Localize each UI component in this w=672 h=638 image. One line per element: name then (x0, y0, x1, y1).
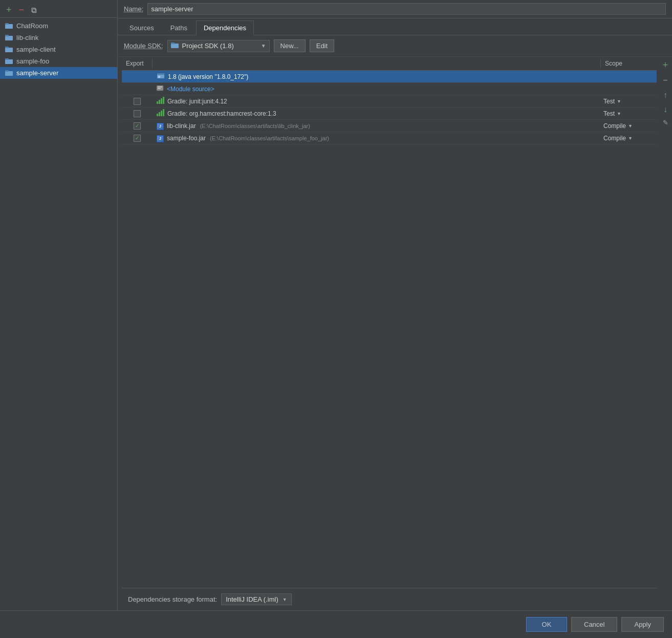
module-src-icon (157, 84, 164, 93)
svg-rect-9 (5, 70, 9, 72)
svg-rect-10 (171, 44, 179, 48)
dep-table-header: Export Scope (122, 57, 657, 71)
sidebar-toolbar: + − ⧉ (0, 2, 117, 18)
chevron-down-icon: ▼ (617, 111, 621, 116)
svg-rect-2 (5, 36, 13, 40)
sidebar: + − ⧉ ChatRoom lib-clink sample-client (0, 0, 118, 610)
tabs: Sources Paths Dependencies (118, 18, 672, 35)
sidebar-item-sample-client[interactable]: sample-client (0, 44, 117, 55)
cancel-button[interactable]: Cancel (571, 617, 617, 632)
jar-icon-lib-clink: J (157, 122, 164, 130)
col-scope-header: Scope (600, 59, 657, 68)
ok-button[interactable]: OK (526, 617, 567, 632)
scope-dropdown-hamcrest[interactable]: Test ▼ (603, 110, 621, 117)
dep-export-hamcrest (122, 109, 153, 118)
dep-path-sample-foo: (E:\ChatRoom\classes\artifacts\sample_fo… (210, 135, 329, 141)
folder-icon (5, 34, 13, 41)
dep-row-hamcrest[interactable]: Gradle: org.hamcrest:hamcrest-core:1.3 T… (122, 108, 657, 120)
sidebar-item-sample-foo[interactable]: sample-foo (0, 55, 117, 67)
sdk-new-button[interactable]: New... (274, 39, 306, 52)
svg-rect-1 (5, 23, 9, 25)
svg-rect-14 (158, 76, 160, 78)
dep-scope-lib-clink[interactable]: Compile ▼ (600, 121, 657, 131)
right-panel: Name: Sources Paths Dependencies Module … (118, 0, 672, 610)
tab-paths[interactable]: Paths (163, 20, 195, 35)
folder-icon (5, 46, 13, 53)
col-export-header: Export (122, 59, 153, 68)
apply-button[interactable]: Apply (621, 617, 664, 632)
storage-select[interactable]: IntelliJ IDEA (.iml) ▼ (221, 593, 292, 605)
dep-row-jdk[interactable]: 1.8 (java version "1.8.0_172") (122, 71, 657, 83)
export-checkbox-junit[interactable] (134, 98, 141, 105)
dep-table-container: Export Scope 1.8 (122, 57, 657, 588)
dep-row-lib-clink-jar[interactable]: ✓ J lib-clink.jar (E:\ChatRoom\classes\a… (122, 120, 657, 132)
svg-rect-6 (5, 59, 13, 64)
dep-path-lib-clink: (E:\ChatRoom\classes\artifacts\lib_clink… (200, 123, 310, 129)
folder-icon (5, 58, 13, 65)
dep-table: Export Scope 1.8 (122, 57, 657, 588)
export-checkbox-sample-foo[interactable]: ✓ (134, 135, 141, 142)
dep-export-lib-clink: ✓ (122, 121, 153, 131)
dep-name-module-src: <Module source> (153, 83, 600, 94)
module-name-input[interactable] (147, 3, 666, 15)
chevron-down-icon: ▼ (283, 597, 287, 602)
dep-name-hamcrest: Gradle: org.hamcrest:hamcrest-core:1.3 (153, 108, 600, 119)
jar-icon-sample-foo: J (157, 134, 164, 142)
sidebar-item-label: sample-server (16, 69, 58, 77)
chevron-down-icon: ▼ (261, 43, 266, 49)
dep-scope-junit[interactable]: Test ▼ (600, 97, 657, 106)
folder-icon (5, 70, 13, 76)
svg-rect-8 (5, 71, 13, 76)
tab-dependencies[interactable]: Dependencies (196, 20, 254, 35)
name-label: Name: (124, 5, 143, 13)
dep-name-sample-foo: J sample-foo.jar (E:\ChatRoom\classes\ar… (153, 133, 600, 143)
chevron-down-icon: ▼ (617, 99, 621, 104)
move-dep-up-button[interactable]: ↑ (660, 89, 671, 102)
scope-dropdown-lib-clink[interactable]: Compile ▼ (603, 122, 633, 130)
add-module-button[interactable]: + (4, 4, 14, 15)
col-name-header (153, 59, 600, 68)
sidebar-item-sample-server[interactable]: sample-server (0, 67, 117, 79)
remove-module-button[interactable]: − (17, 4, 27, 15)
sidebar-item-label: sample-foo (16, 57, 49, 65)
export-checkbox-lib-clink[interactable]: ✓ (134, 122, 141, 130)
move-dep-down-button[interactable]: ↓ (660, 103, 671, 116)
dep-row-sample-foo-jar[interactable]: ✓ J sample-foo.jar (E:\ChatRoom\classes\… (122, 132, 657, 144)
dep-export-junit (122, 97, 153, 106)
storage-value: IntelliJ IDEA (.iml) (226, 596, 278, 603)
sidebar-item-chatroom[interactable]: ChatRoom (0, 20, 117, 32)
copy-module-button[interactable]: ⧉ (29, 5, 39, 15)
svg-rect-16 (158, 87, 162, 88)
gradle-icon-hamcrest (157, 109, 164, 118)
scope-dropdown-junit[interactable]: Test ▼ (603, 98, 621, 105)
sdk-label: Module SDK: (124, 42, 163, 50)
dep-scope-sample-foo[interactable]: Compile ▼ (600, 134, 657, 143)
dep-export-sample-foo: ✓ (122, 134, 153, 143)
folder-icon (5, 23, 13, 29)
chevron-down-icon: ▼ (628, 136, 633, 141)
storage-row: Dependencies storage format: IntelliJ ID… (122, 588, 657, 610)
bottom-bar: OK Cancel Apply (0, 610, 672, 638)
add-dep-button[interactable]: + (660, 58, 671, 73)
dep-scope-hamcrest[interactable]: Test ▼ (600, 109, 657, 118)
dep-row-module-src[interactable]: <Module source> (122, 83, 657, 95)
dep-row-junit[interactable]: Gradle: junit:junit:4.12 Test ▼ (122, 95, 657, 108)
sdk-select[interactable]: Project SDK (1.8) ▼ (167, 40, 270, 52)
dep-scope-jdk (600, 76, 657, 78)
sidebar-item-lib-clink[interactable]: lib-clink (0, 32, 117, 44)
jdk-icon (157, 72, 165, 81)
svg-rect-5 (5, 47, 9, 48)
svg-rect-7 (5, 58, 9, 60)
sidebar-item-label: sample-client (16, 46, 56, 53)
gradle-icon-junit (157, 97, 164, 105)
edit-dep-button[interactable]: ✎ (660, 117, 671, 129)
chevron-down-icon: ▼ (628, 123, 633, 129)
remove-dep-button[interactable]: − (660, 74, 671, 87)
export-checkbox-hamcrest[interactable] (134, 110, 141, 117)
svg-rect-11 (171, 42, 175, 44)
name-bar: Name: (118, 0, 672, 18)
sdk-edit-button[interactable]: Edit (310, 39, 334, 52)
dep-export-jdk (122, 76, 153, 78)
tab-sources[interactable]: Sources (122, 20, 162, 35)
scope-dropdown-sample-foo[interactable]: Compile ▼ (603, 135, 633, 142)
